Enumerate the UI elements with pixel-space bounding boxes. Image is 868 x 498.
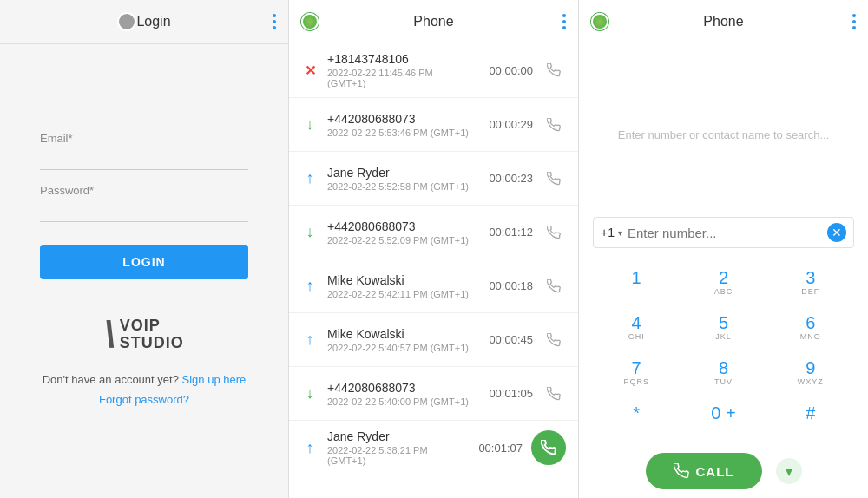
- call-time: 2022-02-22 5:40:00 PM (GMT+1): [327, 396, 472, 407]
- call-phone-button[interactable]: [542, 382, 566, 406]
- call-direction-icon: ✕: [301, 62, 319, 79]
- call-duration: 00:01:05: [481, 387, 533, 400]
- phone-log-header: Phone: [289, 0, 578, 43]
- dial-key-4[interactable]: 4 GHI: [593, 307, 680, 349]
- call-time: 2022-02-22 11:45:46 PM (GMT+1): [327, 68, 472, 88]
- signup-link[interactable]: Sign up here: [182, 373, 247, 386]
- dial-key-letters: DEF: [801, 287, 819, 297]
- dial-key-3[interactable]: 3 DEF: [767, 262, 854, 304]
- number-input[interactable]: [628, 226, 822, 240]
- call-time: 2022-02-22 5:53:46 PM (GMT+1): [327, 128, 472, 138]
- number-input-row: +1 ▾ ✕: [593, 217, 854, 248]
- search-placeholder: Enter number or contact name to search..…: [593, 52, 854, 217]
- call-phone-button[interactable]: [542, 274, 566, 298]
- phone-log-more-icon[interactable]: [562, 14, 566, 29]
- call-phone-button[interactable]: [542, 167, 566, 191]
- dial-key-#[interactable]: #: [767, 397, 854, 439]
- status-icon: [117, 12, 136, 31]
- call-phone-icon: [547, 226, 561, 239]
- call-info: +442080688073 2022-02-22 5:53:46 PM (GMT…: [327, 112, 472, 138]
- clear-number-button[interactable]: ✕: [827, 223, 846, 242]
- login-button[interactable]: LOGIN: [40, 245, 248, 279]
- dial-key-letters: WXYZ: [798, 377, 824, 387]
- dial-key-letters: TUV: [714, 377, 733, 387]
- call-phone-icon: [547, 172, 561, 186]
- call-duration: 00:00:29: [481, 118, 533, 131]
- call-name: Mike Kowalski: [327, 327, 472, 341]
- call-duration: 00:00:23: [481, 172, 533, 185]
- dialpad-more-icon[interactable]: [852, 14, 856, 29]
- call-item: ↓ +442080688073 2022-02-22 5:40:00 PM (G…: [289, 367, 578, 421]
- call-phone-button[interactable]: [542, 58, 566, 82]
- password-input[interactable]: [40, 200, 248, 222]
- login-title: Login: [136, 14, 170, 29]
- call-phone-icon: [547, 63, 561, 77]
- dial-key-number: 5: [719, 314, 728, 331]
- dialpad-title: Phone: [703, 14, 743, 29]
- call-item: ↓ +442080688073 2022-02-22 5:52:09 PM (G…: [289, 206, 578, 259]
- login-form: Email* Password* LOGIN: [40, 132, 248, 279]
- dial-key-6[interactable]: 6 MNO: [767, 307, 854, 349]
- call-info: +442080688073 2022-02-22 5:40:00 PM (GMT…: [327, 381, 472, 407]
- dial-key-2[interactable]: 2 ABC: [680, 262, 766, 304]
- dial-key-number: #: [806, 404, 815, 422]
- email-field-wrapper: Email*: [40, 132, 248, 170]
- active-call-button[interactable]: [531, 430, 566, 465]
- outgoing-call-icon: ↑: [306, 169, 314, 187]
- forgot-password-link[interactable]: Forgot password?: [99, 393, 189, 406]
- password-field-wrapper: Password*: [40, 184, 248, 222]
- call-time: 2022-02-22 5:42:11 PM (GMT+1): [327, 289, 472, 299]
- call-duration: 00:00:18: [481, 279, 533, 292]
- call-item: ↑ Mike Kowalski 2022-02-22 5:42:11 PM (G…: [289, 259, 578, 313]
- call-button[interactable]: CALL: [646, 453, 762, 489]
- call-name: Jane Ryder: [327, 166, 472, 180]
- dial-key-letters: ABC: [714, 287, 733, 297]
- call-phone-icon: [547, 333, 561, 347]
- logo-text: VOIP STUDIO: [120, 318, 184, 352]
- call-phone-button[interactable]: [542, 220, 566, 245]
- email-input[interactable]: [40, 148, 248, 170]
- call-time: 2022-02-22 5:40:57 PM (GMT+1): [327, 343, 472, 353]
- phone-log-title: Phone: [413, 14, 453, 29]
- call-time: 2022-02-22 5:38:21 PM (GMT+1): [327, 445, 462, 466]
- logo-studio: STUDIO: [120, 335, 184, 352]
- country-code-selector[interactable]: +1 ▾: [601, 226, 622, 239]
- no-account-text: Don't have an account yet? Sign up here: [43, 370, 247, 390]
- dial-key-8[interactable]: 8 TUV: [680, 352, 766, 394]
- dial-key-number: 0 +: [711, 404, 735, 422]
- dial-key-*[interactable]: *: [593, 397, 680, 439]
- login-links: Don't have an account yet? Sign up here …: [43, 370, 247, 410]
- call-item: ✕ +18143748106 2022-02-22 11:45:46 PM (G…: [289, 43, 578, 98]
- dial-key-9[interactable]: 9 WXYZ: [767, 352, 854, 394]
- call-phone-button[interactable]: [542, 113, 566, 137]
- call-direction-icon: ↑: [301, 439, 319, 457]
- phone-log-panel: Phone ✕ +18143748106 2022-02-22 11:45:46…: [289, 0, 579, 498]
- outgoing-call-icon: ↑: [306, 331, 314, 349]
- dial-key-number: *: [633, 404, 640, 422]
- active-call-phone-icon: [541, 440, 556, 455]
- call-name: Jane Ryder: [327, 429, 462, 443]
- dial-key-7[interactable]: 7 PQRS: [593, 352, 680, 394]
- dialpad-body: Enter number or contact name to search..…: [579, 43, 868, 498]
- call-name: +442080688073: [327, 381, 472, 395]
- dial-key-number: 8: [719, 359, 728, 377]
- call-phone-button[interactable]: [542, 328, 566, 352]
- call-duration: 00:00:00: [481, 64, 533, 77]
- dial-key-5[interactable]: 5 JKL: [680, 307, 766, 349]
- call-direction-icon: ↑: [301, 169, 319, 187]
- login-header: Login: [0, 0, 288, 44]
- collapse-button[interactable]: ▾: [776, 458, 802, 484]
- call-info: Mike Kowalski 2022-02-22 5:40:57 PM (GMT…: [327, 327, 472, 353]
- country-code-chevron: ▾: [618, 228, 622, 238]
- dial-key-letters: MNO: [800, 332, 821, 342]
- more-menu-icon[interactable]: [273, 14, 276, 29]
- dialpad-header: Phone: [579, 0, 868, 43]
- dial-key-1[interactable]: 1: [593, 262, 680, 304]
- dial-key-number: 9: [806, 359, 815, 377]
- dial-key-0+[interactable]: 0 +: [680, 397, 766, 439]
- dial-key-letters: GHI: [628, 332, 645, 342]
- dial-key-number: 7: [632, 359, 641, 377]
- call-button-label: CALL: [696, 464, 734, 479]
- call-info: +18143748106 2022-02-22 11:45:46 PM (GMT…: [327, 52, 472, 88]
- logo-slash: \: [104, 314, 115, 355]
